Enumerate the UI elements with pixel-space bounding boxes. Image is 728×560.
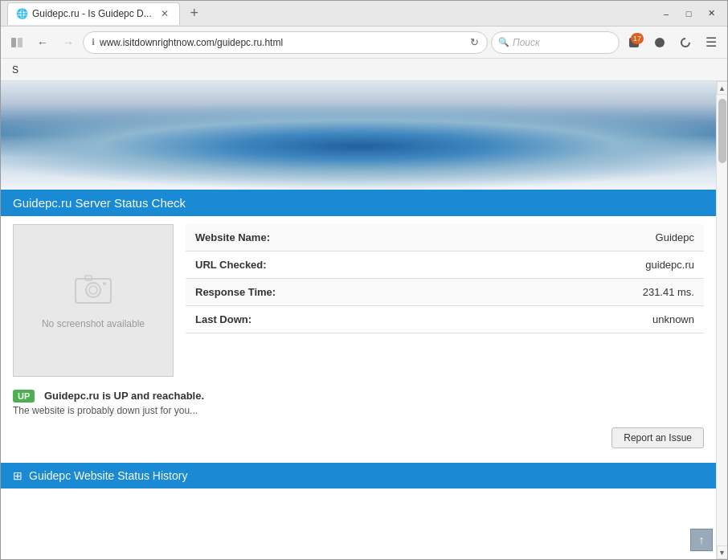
close-button[interactable]: ✕ [701, 6, 721, 22]
table-row: Last Down: unknown [186, 306, 704, 333]
scrollbar-track[interactable] [717, 95, 727, 546]
status-text: Guidepc.ru is UP and reachable. [44, 390, 204, 402]
scrollbar: ▲ ▼ [716, 81, 727, 559]
refresh-button[interactable]: ↻ [470, 36, 479, 48]
svg-point-3 [655, 38, 665, 47]
tab-title: Guidepc.ru - Is Guidepc D... [32, 8, 152, 19]
label-last-down: Last Down: [186, 306, 314, 333]
label-url-checked: URL Checked: [186, 251, 314, 278]
screenshot-box: No screenshot available [13, 224, 174, 377]
label-response-time: Response Time: [186, 279, 314, 305]
tab-close-button[interactable]: ✕ [158, 7, 171, 20]
active-tab[interactable]: 🌐 Guidepc.ru - Is Guidepc D... ✕ [7, 2, 180, 25]
status-subtext: The website is probably down just for yo… [13, 405, 704, 416]
scrollbar-thumb[interactable] [718, 99, 726, 163]
menu-button[interactable]: ☰ [700, 31, 722, 54]
svg-rect-0 [11, 38, 16, 47]
header-image [1, 81, 716, 190]
report-area: Report an Issue [13, 421, 704, 455]
content-area: No screenshot available Website Name: Gu… [1, 216, 716, 463]
value-response-time: 231.41 ms. [314, 279, 704, 305]
history-icon: ⊞ [13, 469, 22, 482]
info-section: Website Name: Guidepc URL Checked: guide… [186, 224, 704, 377]
title-bar: 🌐 Guidepc.ru - Is Guidepc D... ✕ + – □ ✕ [1, 1, 727, 27]
privacy-button[interactable] [648, 31, 671, 54]
search-box[interactable]: 🔍 Поиск [491, 31, 620, 54]
search-icon: 🔍 [498, 37, 509, 47]
page-main: Guidepc.ru Server Status Check [1, 81, 716, 559]
svg-point-8 [103, 282, 106, 285]
main-layout: No screenshot available Website Name: Gu… [13, 224, 704, 377]
bottom-bar-text: Guidepc Website Status History [29, 469, 187, 482]
new-tab-button[interactable]: + [183, 2, 206, 25]
nav-badges: 17 ☰ [623, 31, 722, 54]
no-screenshot-label: No screenshot available [42, 318, 145, 329]
scroll-to-top-button[interactable]: ↑ [690, 529, 713, 551]
bookmark-item[interactable]: S [7, 63, 27, 77]
tab-favicon: 🌐 [16, 8, 27, 19]
window-controls: – □ ✕ [656, 6, 721, 22]
badge-count: 17 [631, 33, 644, 44]
url-text: www.isitdownrightnow.com/guidepc.ru.html [100, 37, 465, 48]
forward-button[interactable]: → [57, 31, 80, 54]
value-last-down: unknown [314, 306, 704, 333]
navigation-bar: ← → ℹ www.isitdownrightnow.com/guidepc.r… [1, 27, 727, 59]
bookmark-favicon: S [12, 64, 18, 76]
minimize-button[interactable]: – [656, 6, 676, 22]
svg-point-5 [86, 283, 100, 297]
page-header-title: Guidepc.ru Server Status Check [1, 190, 716, 216]
notifications-button[interactable]: 17 [623, 31, 645, 54]
status-section: UP Guidepc.ru is UP and reachable. The w… [13, 385, 704, 421]
svg-point-6 [89, 286, 97, 294]
browser-window: 🌐 Guidepc.ru - Is Guidepc D... ✕ + – □ ✕… [0, 0, 728, 560]
back-button[interactable]: ← [31, 31, 54, 54]
search-placeholder-text: Поиск [513, 37, 540, 48]
lock-icon: ℹ [92, 37, 95, 47]
table-row: Website Name: Guidepc [186, 224, 704, 251]
bottom-blue-bar: ⊞ Guidepc Website Status History [1, 463, 716, 488]
sidebar-toggle-button[interactable] [6, 31, 28, 54]
url-bar[interactable]: ℹ www.isitdownrightnow.com/guidepc.ru.ht… [83, 31, 488, 54]
sync-button[interactable] [674, 31, 697, 54]
table-row: Response Time: 231.41 ms. [186, 279, 704, 306]
scrollbar-up-arrow[interactable]: ▲ [717, 81, 728, 95]
status-line: UP Guidepc.ru is UP and reachable. [13, 390, 704, 402]
maximize-button[interactable]: □ [679, 6, 698, 22]
up-badge: UP [13, 390, 35, 403]
table-row: URL Checked: guidepc.ru [186, 251, 704, 279]
svg-rect-1 [18, 38, 22, 47]
report-issue-button[interactable]: Report an Issue [611, 427, 704, 448]
header-title-text: Guidepc.ru Server Status Check [13, 196, 186, 210]
label-website-name: Website Name: [186, 224, 314, 251]
value-url-checked: guidepc.ru [314, 251, 704, 278]
bookmarks-bar: S [1, 59, 727, 81]
value-website-name: Guidepc [314, 224, 704, 251]
page-content: Guidepc.ru Server Status Check [1, 81, 727, 559]
camera-icon [74, 272, 112, 312]
scrollbar-down-arrow[interactable]: ▼ [717, 546, 728, 559]
